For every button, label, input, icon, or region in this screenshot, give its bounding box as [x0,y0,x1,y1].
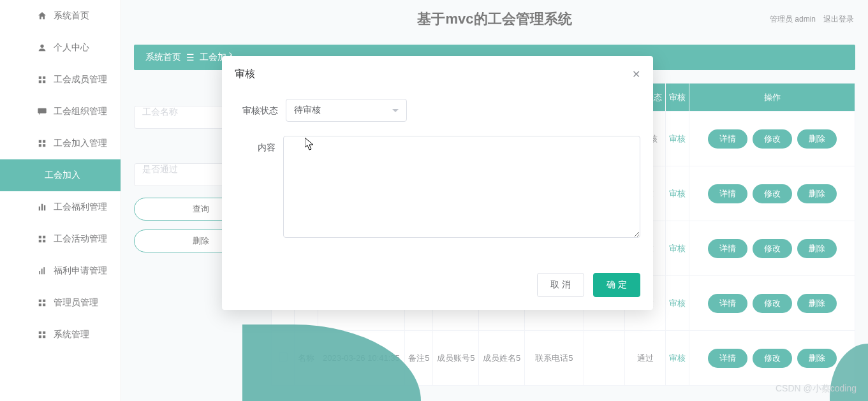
confirm-button[interactable]: 确 定 [593,273,640,297]
audit-dialog: 审核 ✕ 审核状态 待审核 内容 取 消 确 定 [222,56,653,310]
dialog-title: 审核 [235,68,255,81]
dialog-footer: 取 消 确 定 [222,266,653,310]
status-select[interactable]: 待审核 [286,99,407,122]
form-row-status: 审核状态 待审核 [235,99,640,122]
content-label: 内容 [235,136,283,240]
close-icon[interactable]: ✕ [632,68,640,80]
dialog-header: 审核 ✕ [222,56,653,92]
watermark: CSDN @小蔡coding [776,383,857,395]
dialog-body: 审核状态 待审核 内容 [222,92,653,266]
content-textarea[interactable] [283,136,640,238]
status-label: 审核状态 [235,99,286,122]
status-select-value: 待审核 [294,105,321,116]
cancel-button[interactable]: 取 消 [537,273,584,297]
form-row-content: 内容 [235,136,640,240]
